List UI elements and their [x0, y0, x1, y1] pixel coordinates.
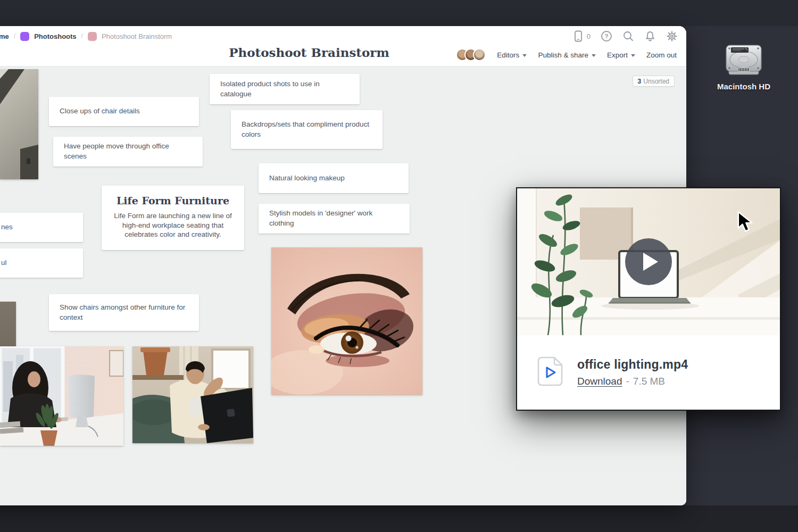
device-sync-icon[interactable] — [573, 30, 584, 42]
note-text: Close ups of chair details — [60, 106, 140, 117]
device-count: 0 — [587, 32, 591, 40]
toolbar: Editors Publish & share Export Zoom out — [456, 48, 677, 61]
chevron-down-icon — [592, 54, 596, 57]
unsorted-label: Unsorted — [643, 78, 669, 85]
note-card-clipped[interactable]: nes — [0, 213, 83, 242]
note-text: nes — [1, 222, 13, 232]
note-card[interactable]: Close ups of chair details — [49, 97, 199, 126]
notifications-bell-icon[interactable] — [644, 30, 656, 42]
image-card-woman-office[interactable] — [0, 346, 123, 446]
editor-avatars[interactable] — [456, 48, 486, 61]
breadcrumb: me / Photoshoots / Photoshoot Brainstorm — [0, 26, 172, 46]
video-file-icon — [536, 356, 564, 389]
brief-title: Life Form Furniture — [110, 195, 236, 206]
note-card[interactable]: Isolated product shots to use in catalog… — [210, 74, 360, 104]
image-card-eye-makeup[interactable] — [271, 247, 422, 395]
window-header: me / Photoshoots / Photoshoot Brainstorm… — [0, 26, 686, 66]
export-label: Export — [607, 51, 628, 59]
note-card[interactable]: Natural looking makeup — [259, 163, 409, 193]
publish-share-menu-button[interactable]: Publish & share — [538, 51, 596, 59]
note-text: Stylish models in 'designer' work clothi… — [269, 209, 399, 229]
unsorted-count: 3 — [638, 78, 642, 85]
hard-drive-icon[interactable] — [723, 69, 764, 78]
desktop-top-strip — [0, 0, 798, 26]
breadcrumb-current[interactable]: Photoshoot Brainstorm — [102, 32, 172, 40]
note-text: Have people move through office scenes — [64, 142, 192, 162]
disk-label: Macintosh HD — [713, 82, 775, 91]
editors-menu-button[interactable]: Editors — [497, 51, 527, 59]
unsorted-badge[interactable]: 3 Unsorted — [633, 76, 675, 87]
note-card[interactable]: Stylish models in 'designer' work clothi… — [259, 204, 410, 234]
brief-card[interactable]: Life Form Furniture Life Form are launch… — [102, 186, 244, 250]
search-icon[interactable] — [622, 30, 634, 42]
image-card-architecture[interactable] — [0, 69, 38, 179]
note-card[interactable]: Have people move through office scenes — [53, 137, 203, 167]
note-card[interactable]: Show chairs amongst other furniture for … — [49, 294, 199, 331]
breadcrumb-separator: / — [81, 32, 83, 40]
editors-label: Editors — [497, 51, 519, 59]
publish-share-label: Publish & share — [538, 51, 588, 59]
settings-gear-icon[interactable] — [666, 30, 678, 42]
note-text: Show chairs amongst other furniture for … — [60, 303, 188, 323]
desktop-bottom-strip — [0, 505, 798, 532]
play-button[interactable] — [625, 238, 672, 285]
file-size: 7.5 MB — [633, 376, 665, 387]
note-card-clipped[interactable]: ul — [0, 248, 83, 278]
system-icon-row: 0 ? — [573, 30, 678, 42]
note-card[interactable]: Backdrops/sets that compliment product c… — [231, 110, 383, 149]
help-icon[interactable]: ? — [601, 30, 612, 42]
brainstorm-board-icon — [88, 32, 97, 41]
avatar — [473, 48, 486, 61]
zoom-out-button[interactable]: Zoom out — [646, 51, 677, 59]
brief-body: Life Form are launching a new line of hi… — [110, 211, 236, 239]
desktop-disk-item[interactable]: Macintosh HD — [713, 44, 775, 91]
image-card-clipped[interactable] — [0, 302, 16, 348]
breadcrumb-home[interactable]: me — [0, 32, 9, 40]
chevron-down-icon — [631, 54, 635, 57]
note-text: Backdrops/sets that compliment product c… — [242, 120, 372, 140]
video-file-name: office lighting.mp4 — [577, 358, 688, 372]
download-link[interactable]: Download — [577, 376, 622, 387]
file-info-panel: office lighting.mp4 Download - 7.5 MB — [517, 335, 780, 410]
export-menu-button[interactable]: Export — [607, 51, 635, 59]
mouse-cursor — [737, 211, 755, 234]
note-text: Isolated product shots to use in catalog… — [220, 79, 349, 99]
dash-separator: - — [626, 376, 629, 387]
zoom-out-label: Zoom out — [646, 51, 677, 59]
breadcrumb-separator: / — [14, 32, 15, 40]
photoshoots-board-icon — [20, 32, 29, 41]
play-icon — [643, 253, 658, 271]
svg-text:?: ? — [604, 33, 608, 39]
breadcrumb-photoshoots[interactable]: Photoshoots — [34, 32, 76, 40]
image-card-man-laptop[interactable] — [132, 346, 253, 443]
note-text: ul — [1, 258, 7, 268]
note-text: Natural looking makeup — [269, 173, 345, 184]
chevron-down-icon — [522, 54, 527, 57]
